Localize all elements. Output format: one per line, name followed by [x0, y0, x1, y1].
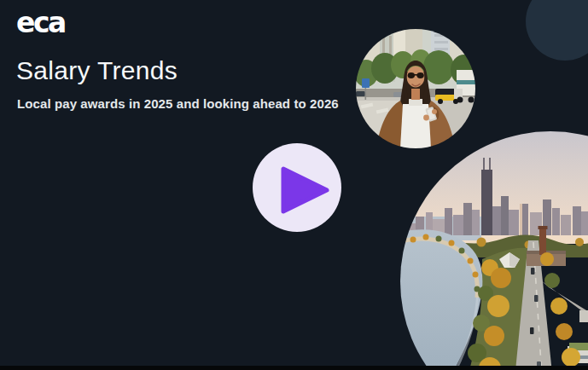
play-triangle-icon [283, 169, 327, 211]
city-photo [400, 131, 588, 370]
play-button[interactable] [253, 143, 341, 232]
presenter-photo [356, 29, 475, 148]
bottom-bar [0, 366, 588, 370]
play-icon [253, 143, 341, 232]
page-title: Salary Trends [16, 56, 178, 85]
video-cover: eca Salary Trends Local pay awards in 20… [0, 0, 588, 370]
brand-logo: eca [16, 9, 65, 37]
city-photo-circle [400, 131, 588, 370]
decorative-circle [526, 0, 588, 61]
page-subtitle: Local pay awards in 2025 and looking ahe… [17, 96, 339, 111]
presenter-photo-circle [356, 29, 475, 148]
